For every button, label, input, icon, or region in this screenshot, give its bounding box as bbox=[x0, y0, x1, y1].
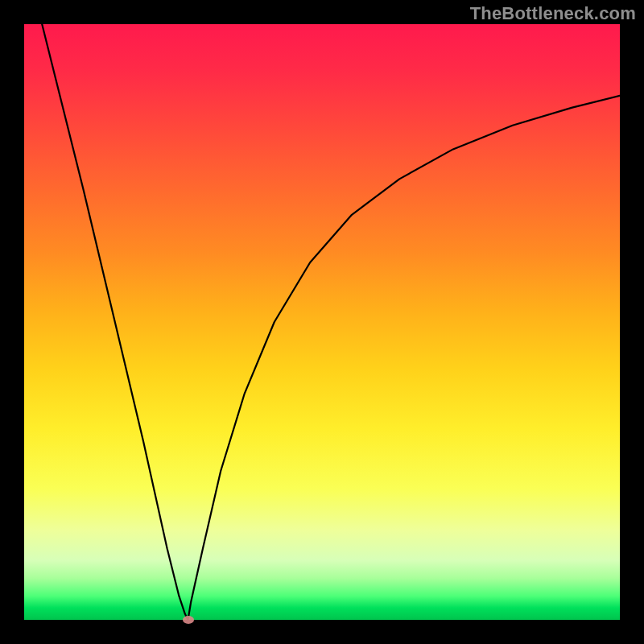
plot-area bbox=[24, 24, 620, 620]
minimum-marker bbox=[183, 616, 194, 624]
chart-frame: TheBottleneck.com bbox=[0, 0, 644, 644]
bottleneck-curve bbox=[24, 24, 620, 620]
watermark-label: TheBottleneck.com bbox=[470, 3, 636, 24]
